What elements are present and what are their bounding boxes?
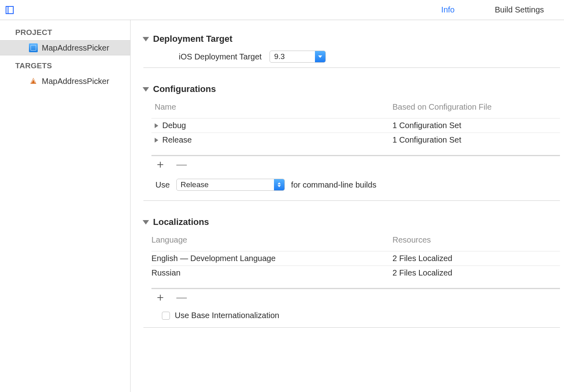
app-target-icon bbox=[29, 77, 38, 86]
section-header-deployment[interactable]: Deployment Target bbox=[143, 32, 560, 51]
configurations-table: Name Based on Configuration File Debug 1… bbox=[151, 101, 560, 147]
command-line-build-config-value: Release bbox=[177, 180, 274, 189]
editor-top-bar: Info Build Settings bbox=[0, 0, 564, 20]
section-localizations: Localizations Language Resources English… bbox=[143, 215, 560, 328]
configuration-based-on: 1 Configuration Set bbox=[392, 121, 560, 130]
remove-button[interactable]: — bbox=[176, 159, 186, 169]
section-header-localizations[interactable]: Localizations bbox=[143, 215, 560, 234]
chevron-up-icon bbox=[278, 182, 281, 184]
disclosure-down-icon bbox=[143, 37, 149, 41]
configuration-row[interactable]: Debug 1 Configuration Set bbox=[151, 118, 560, 133]
column-header-based-on: Based on Configuration File bbox=[392, 102, 560, 112]
chevron-down-icon bbox=[318, 55, 322, 58]
project-target-sidebar: PROJECT MapAddressPicker TARGETS MapAddr… bbox=[0, 20, 131, 392]
command-line-build-config-combo[interactable]: Release bbox=[176, 179, 285, 191]
localizations-add-remove: ＋ — bbox=[143, 289, 560, 303]
use-base-internationalization-checkbox[interactable] bbox=[162, 312, 170, 320]
use-suffix-label: for command-line builds bbox=[291, 180, 376, 190]
localization-language: Russian bbox=[151, 268, 180, 278]
sidebar-target-item[interactable]: MapAddressPicker bbox=[0, 74, 130, 89]
column-header-resources: Resources bbox=[392, 235, 560, 245]
chevron-down-icon bbox=[278, 185, 281, 187]
localization-row[interactable]: Russian 2 Files Localized bbox=[151, 265, 560, 280]
project-info-panel: Deployment Target iOS Deployment Target … bbox=[131, 20, 564, 392]
sidebar-targets-header: TARGETS bbox=[0, 59, 130, 74]
section-header-configurations[interactable]: Configurations bbox=[143, 82, 560, 101]
configuration-name: Debug bbox=[162, 121, 186, 130]
deployment-target-value: 9.3 bbox=[270, 52, 315, 61]
configuration-name: Release bbox=[162, 135, 192, 145]
disclosure-down-icon bbox=[143, 220, 149, 225]
localization-row[interactable]: English — Development Language 2 Files L… bbox=[151, 251, 560, 265]
tab-info[interactable]: Info bbox=[421, 0, 474, 20]
use-base-internationalization-label: Use Base Internationalization bbox=[175, 311, 279, 320]
localization-resources: 2 Files Localized bbox=[392, 268, 560, 278]
sidebar-target-label: MapAddressPicker bbox=[42, 77, 109, 86]
configurations-add-remove: ＋ — bbox=[143, 156, 560, 170]
deployment-target-label: iOS Deployment Target bbox=[179, 52, 262, 61]
localizations-table: Language Resources English — Development… bbox=[151, 234, 560, 280]
tab-build-settings[interactable]: Build Settings bbox=[475, 0, 564, 20]
localization-language: English — Development Language bbox=[151, 254, 276, 263]
deployment-target-combo[interactable]: 9.3 bbox=[270, 51, 326, 63]
sidebar-project-header: PROJECT bbox=[0, 26, 130, 40]
section-title: Deployment Target bbox=[153, 34, 233, 44]
sidebar-project-label: MapAddressPicker bbox=[42, 43, 109, 53]
configuration-based-on: 1 Configuration Set bbox=[392, 135, 560, 145]
section-configurations: Configurations Name Based on Configurati… bbox=[143, 82, 560, 201]
section-title: Configurations bbox=[153, 84, 216, 94]
sidebar-toggle-icon[interactable] bbox=[6, 6, 14, 14]
disclosure-right-icon bbox=[155, 138, 158, 143]
localization-resources: 2 Files Localized bbox=[392, 254, 560, 263]
xcode-project-icon bbox=[29, 43, 38, 52]
disclosure-down-icon bbox=[143, 87, 149, 92]
combo-step-button[interactable] bbox=[274, 179, 284, 190]
column-header-language: Language bbox=[151, 235, 392, 245]
configuration-row[interactable]: Release 1 Configuration Set bbox=[151, 133, 560, 147]
sidebar-project-item[interactable]: MapAddressPicker bbox=[0, 40, 130, 55]
combo-step-button[interactable] bbox=[315, 51, 325, 62]
section-title: Localizations bbox=[153, 217, 209, 227]
column-header-name: Name bbox=[151, 102, 392, 112]
use-label: Use bbox=[155, 180, 170, 190]
disclosure-right-icon bbox=[155, 123, 158, 128]
add-button[interactable]: ＋ bbox=[155, 159, 166, 170]
section-deployment-target: Deployment Target iOS Deployment Target … bbox=[143, 32, 560, 68]
remove-button[interactable]: — bbox=[176, 292, 186, 302]
project-editor-tabs: Info Build Settings bbox=[14, 0, 564, 20]
add-button[interactable]: ＋ bbox=[155, 292, 166, 303]
